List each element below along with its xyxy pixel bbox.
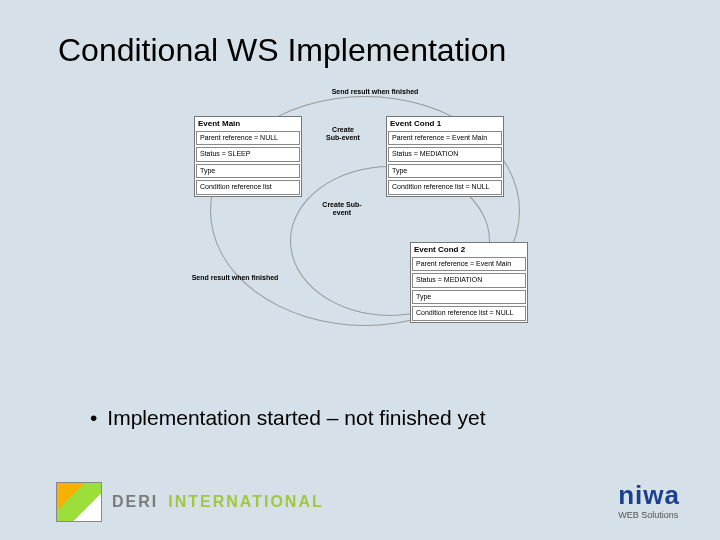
slide-title: Conditional WS Implementation (58, 32, 506, 69)
entity-main-row: Parent reference = NULL (196, 131, 300, 145)
footer: DERI INTERNATIONAL niwa WEB Solutions (0, 464, 720, 540)
entity-cond2-row: Parent reference = Event Main (412, 257, 526, 271)
deri-logo-icon (56, 482, 102, 522)
niwa-word: niwa (618, 484, 680, 507)
connector-create-sub-1: Create Sub-event (326, 126, 360, 141)
entity-cond1-header: Event Cond 1 (387, 117, 503, 130)
entity-main: Event Main Parent reference = NULL Statu… (194, 116, 302, 197)
connector-top-label: Send result when finished (330, 88, 420, 96)
entity-main-row: Condition reference list (196, 180, 300, 194)
entity-cond1: Event Cond 1 Parent reference = Event Ma… (386, 116, 504, 197)
niwa-subtitle: WEB Solutions (618, 510, 678, 520)
bullet-dot-icon: • (90, 406, 97, 429)
entity-main-row: Status = SLEEP (196, 147, 300, 161)
niwa-logo: niwa WEB Solutions (618, 484, 680, 519)
deri-international-label: INTERNATIONAL (168, 493, 323, 511)
entity-cond2-row: Condition reference list = NULL (412, 306, 526, 320)
entity-cond2-row: Type (412, 290, 526, 304)
niwa-text: niwa (618, 484, 680, 507)
entity-main-row: Type (196, 164, 300, 178)
connector-left-label: Send result when finished (190, 274, 280, 282)
deri-label: DERI (112, 493, 158, 511)
entity-cond1-row: Type (388, 164, 502, 178)
entity-cond2: Event Cond 2 Parent reference = Event Ma… (410, 242, 528, 323)
diagram: Send result when finished Create Sub-eve… (180, 86, 560, 384)
connector-create-sub-2: Create Sub-event (322, 201, 362, 216)
entity-cond2-header: Event Cond 2 (411, 243, 527, 256)
entity-cond1-row: Status = MEDIATION (388, 147, 502, 161)
entity-main-header: Event Main (195, 117, 301, 130)
entity-cond1-row: Condition reference list = NULL (388, 180, 502, 194)
entity-cond1-row: Parent reference = Event Main (388, 131, 502, 145)
bullet-item: •Implementation started – not finished y… (90, 406, 486, 430)
entity-cond2-row: Status = MEDIATION (412, 273, 526, 287)
bullet-text: Implementation started – not finished ye… (107, 406, 485, 429)
